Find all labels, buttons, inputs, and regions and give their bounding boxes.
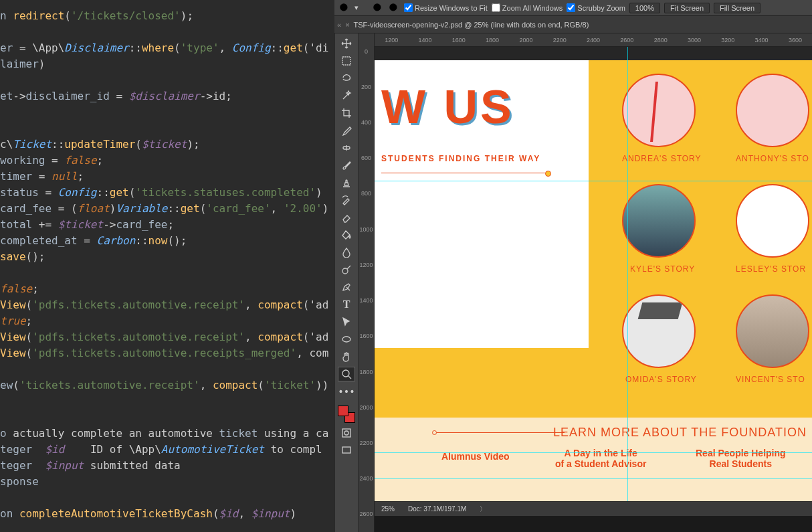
ruler-vertical: 0200400600800100012001400160018002000220… bbox=[359, 33, 375, 532]
canvas[interactable]: W US STUDENTS FINDING THEIR WAY ANDREA'S… bbox=[375, 47, 812, 501]
screenmode-icon[interactable] bbox=[338, 443, 355, 458]
zoom-tool-icon[interactable] bbox=[338, 367, 355, 381]
collapse-handle-icon[interactable]: « bbox=[337, 21, 341, 29]
tab-document[interactable]: TSF-videoscreen-opening-v2.psd @ 25% (li… bbox=[354, 19, 589, 31]
hero-title: W US bbox=[381, 80, 514, 134]
resize-windows-checkbox[interactable]: Resize Windows to Fit bbox=[404, 3, 488, 12]
story-label: LESLEY'S STOR bbox=[736, 264, 806, 274]
guide-horizontal[interactable] bbox=[375, 181, 812, 181]
svg-point-2 bbox=[389, 3, 397, 11]
ruler-horizontal: 1200140016001800200022002400260028003000… bbox=[375, 33, 812, 47]
hero-subtitle: STUDENTS FINDING THEIR WAY bbox=[381, 154, 540, 163]
footer-link: A Day in the Life of a Student Advisor bbox=[555, 448, 646, 469]
color-swatch[interactable] bbox=[338, 406, 355, 423]
svg-rect-8 bbox=[342, 429, 350, 437]
zoom-in-icon[interactable] bbox=[372, 2, 384, 14]
eraser-tool-icon[interactable] bbox=[338, 210, 355, 225]
dodge-tool-icon[interactable] bbox=[338, 262, 355, 277]
quickmask-icon[interactable] bbox=[338, 426, 355, 440]
story-label: OMIDA'S STORY bbox=[625, 375, 697, 384]
eyedropper-tool-icon[interactable] bbox=[338, 123, 355, 138]
fill-screen-button[interactable]: Fill Screen bbox=[714, 3, 760, 13]
svg-point-9 bbox=[344, 431, 348, 435]
status-bar: 25% Doc: 37.1M/197.1M 〉 bbox=[375, 501, 812, 516]
story-circle bbox=[622, 294, 696, 368]
guide-horizontal[interactable] bbox=[375, 478, 812, 479]
shape-tool-icon[interactable] bbox=[338, 332, 355, 347]
story-circle bbox=[736, 184, 809, 258]
brush-tool-icon[interactable] bbox=[338, 158, 355, 173]
story-label: VINCENT'S STO bbox=[736, 375, 805, 384]
artboard: W US STUDENTS FINDING THEIR WAY ANDREA'S… bbox=[375, 60, 812, 488]
zoom-out-icon[interactable] bbox=[388, 2, 400, 14]
footer-panel: LEARN MORE ABOUT THE FOUNDATION Alumnus … bbox=[375, 418, 812, 501]
zoom-all-checkbox[interactable]: Zoom All Windows bbox=[492, 3, 563, 12]
hand-tool-icon[interactable] bbox=[338, 349, 355, 364]
svg-point-5 bbox=[342, 268, 348, 274]
pen-tool-icon[interactable] bbox=[338, 280, 355, 294]
svg-rect-3 bbox=[342, 57, 350, 65]
story-label: ANDREA'S STORY bbox=[622, 154, 702, 163]
zoom-level[interactable]: 25% bbox=[381, 505, 395, 513]
tools-panel: T ••• bbox=[334, 33, 359, 532]
footer-title: LEARN MORE ABOUT THE FOUNDATION bbox=[553, 426, 807, 440]
svg-point-1 bbox=[373, 3, 381, 11]
svg-rect-10 bbox=[342, 447, 350, 453]
wand-tool-icon[interactable] bbox=[338, 88, 355, 103]
bucket-tool-icon[interactable] bbox=[338, 228, 355, 242]
story-circle bbox=[736, 294, 809, 368]
thumbnail-strip bbox=[375, 516, 812, 532]
chevron-right-icon[interactable]: 〉 bbox=[480, 505, 486, 514]
blur-tool-icon[interactable] bbox=[338, 245, 355, 260]
svg-point-7 bbox=[342, 370, 349, 377]
guide-horizontal[interactable] bbox=[375, 452, 812, 453]
stamp-tool-icon[interactable] bbox=[338, 175, 355, 190]
fit-screen-button[interactable]: Fit Screen bbox=[664, 3, 710, 13]
history-brush-icon[interactable] bbox=[338, 193, 355, 207]
document-tabs: « × TSF-videoscreen-opening-v2.psd @ 25%… bbox=[334, 16, 812, 33]
close-tab-icon[interactable]: × bbox=[345, 21, 349, 29]
type-tool-icon[interactable]: T bbox=[338, 297, 355, 312]
story-label: KYLE'S STORY bbox=[630, 264, 695, 274]
svg-point-0 bbox=[340, 3, 347, 11]
story-circle bbox=[622, 184, 696, 258]
svg-point-6 bbox=[342, 337, 350, 342]
story-circle bbox=[736, 74, 809, 147]
guide-vertical[interactable] bbox=[627, 47, 628, 501]
lasso-tool-icon[interactable] bbox=[338, 71, 355, 86]
scrubby-zoom-checkbox[interactable]: Scrubby Zoom bbox=[567, 3, 625, 12]
more-tools-icon[interactable]: ••• bbox=[338, 384, 355, 399]
healing-tool-icon[interactable] bbox=[338, 141, 355, 155]
path-select-icon[interactable] bbox=[338, 315, 355, 329]
hero-panel: W US STUDENTS FINDING THEIR WAY bbox=[375, 60, 589, 348]
story-circle bbox=[622, 74, 696, 147]
zoom-tool-icon bbox=[338, 2, 350, 14]
photoshop-window: ▾ Resize Windows to Fit Zoom All Windows… bbox=[334, 0, 812, 532]
zoom-100-button[interactable]: 100% bbox=[629, 3, 660, 13]
chevron-down-icon: ▾ bbox=[354, 3, 359, 12]
marquee-tool-icon[interactable] bbox=[338, 54, 355, 68]
footer-link: Real People Helping Real Students bbox=[696, 448, 786, 469]
move-tool-icon[interactable] bbox=[338, 36, 355, 51]
doc-size: Doc: 37.1M/197.1M bbox=[408, 505, 466, 513]
story-label: ANTHONY'S STO bbox=[736, 154, 809, 163]
code-editor[interactable]: n redirect('/tickets/closed'); er = \App… bbox=[0, 0, 334, 532]
divider-line bbox=[381, 173, 548, 173]
crop-tool-icon[interactable] bbox=[338, 106, 355, 120]
options-bar: ▾ Resize Windows to Fit Zoom All Windows… bbox=[334, 0, 812, 16]
